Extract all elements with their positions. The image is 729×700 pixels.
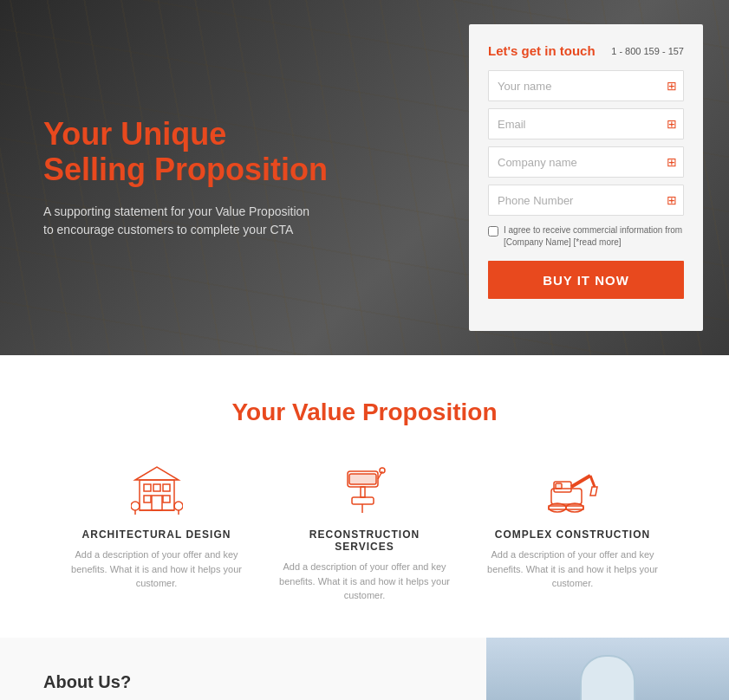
name-input-icon: ⊞: [667, 79, 677, 93]
about-image: [486, 638, 729, 701]
about-section: About Us? Add a description of your offe…: [0, 638, 729, 701]
name-input-group: ⊞: [488, 70, 684, 101]
svg-marker-7: [135, 467, 179, 480]
value-section: Your Value Proposition: [0, 355, 729, 638]
svg-rect-16: [352, 497, 374, 504]
value-item-construction: COMPLEX CONSTRUCTION Add a description o…: [486, 461, 660, 603]
company-input-icon: ⊞: [667, 155, 677, 169]
phone-input-group: ⊞: [488, 185, 684, 216]
svg-rect-5: [163, 496, 170, 502]
svg-point-11: [174, 502, 183, 510]
svg-rect-1: [144, 484, 151, 491]
consent-checkbox[interactable]: [488, 226, 498, 237]
value-grid: ARCHITECTURAL DESIGN Add a description o…: [26, 461, 703, 603]
construction-title: COMPLEX CONSTRUCTION: [495, 528, 650, 541]
consent-row: I agree to receive commercial informatio…: [488, 224, 684, 249]
hero-title: Your Unique Selling Proposition: [43, 116, 330, 188]
excavator-icon: [545, 461, 601, 516]
about-title: About Us?: [43, 672, 477, 692]
email-input-icon: ⊞: [667, 117, 677, 131]
svg-rect-2: [153, 484, 160, 491]
email-input-group: ⊞: [488, 108, 684, 139]
hero-section: Your Unique Selling Proposition A suppor…: [0, 0, 729, 355]
form-title: Let's get in touch: [488, 43, 596, 58]
svg-rect-6: [152, 496, 162, 510]
svg-line-23: [590, 476, 595, 487]
svg-rect-20: [551, 489, 582, 504]
value-title: Your Value Proposition: [26, 399, 703, 426]
value-item-reconstruction: RECONSTRUCTION SERVICES Add a descriptio…: [278, 461, 452, 603]
architectural-title: ARCHITECTURAL DESIGN: [82, 528, 231, 541]
building-icon: [129, 461, 185, 516]
consent-label: I agree to receive commercial informatio…: [504, 224, 684, 249]
svg-line-22: [571, 476, 590, 487]
reconstruction-title: RECONSTRUCTION SERVICES: [278, 528, 452, 553]
svg-rect-28: [556, 483, 562, 489]
svg-rect-14: [349, 474, 376, 484]
contact-form-card: Let's get in touch 1 - 800 159 - 157 ⊞ ⊞…: [469, 24, 703, 331]
svg-rect-15: [361, 487, 365, 497]
phone-input-icon: ⊞: [667, 193, 677, 207]
buy-now-button[interactable]: BUY IT NOW: [488, 261, 684, 299]
reconstruction-desc: Add a description of your offer and key …: [278, 560, 452, 603]
svg-marker-24: [590, 487, 597, 496]
name-input[interactable]: [488, 70, 684, 101]
construction-desc: Add a description of your offer and key …: [486, 548, 660, 591]
architectural-desc: Add a description of your offer and key …: [70, 548, 244, 591]
email-input[interactable]: [488, 108, 684, 139]
paint-roller-icon: [337, 461, 393, 516]
svg-rect-3: [163, 484, 170, 491]
form-header: Let's get in touch 1 - 800 159 - 157: [488, 43, 684, 58]
company-input[interactable]: [488, 146, 684, 178]
form-phone-number: 1 - 800 159 - 157: [611, 46, 684, 56]
svg-point-9: [131, 502, 140, 510]
about-content: About Us? Add a description of your offe…: [43, 672, 477, 701]
svg-rect-4: [144, 496, 151, 502]
hero-subtitle: A supporting statement for your Value Pr…: [43, 203, 321, 239]
company-input-group: ⊞: [488, 146, 684, 178]
phone-input[interactable]: [488, 185, 684, 216]
hero-left-content: Your Unique Selling Proposition A suppor…: [0, 0, 365, 355]
value-item-architectural: ARCHITECTURAL DESIGN Add a description o…: [70, 461, 244, 603]
